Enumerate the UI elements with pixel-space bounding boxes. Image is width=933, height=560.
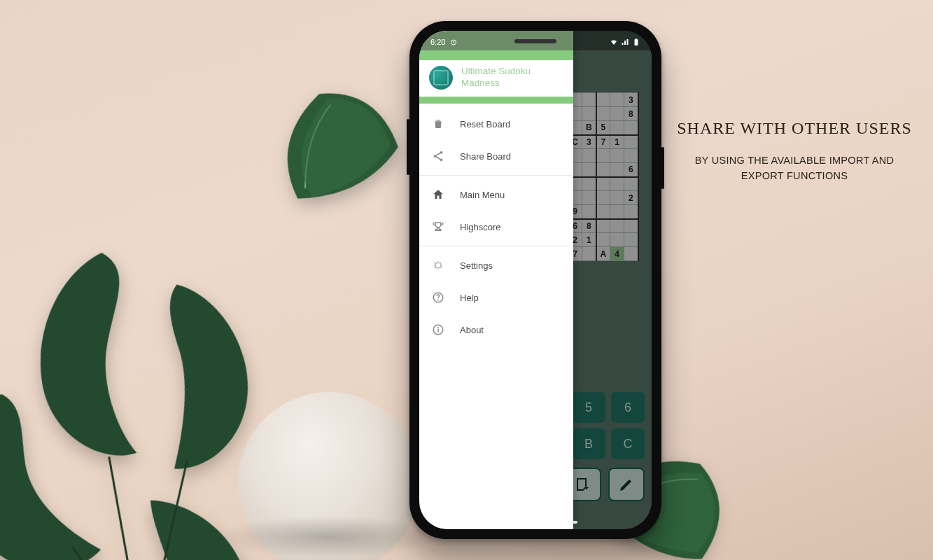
svg-rect-1 [635,39,638,46]
svg-point-10 [437,327,439,328]
drawer-item-about[interactable]: About [419,314,573,346]
help-icon [432,291,444,304]
marketing-title: SHARE WITH OTHER USERS [672,119,917,138]
marble-pedestal [238,392,420,560]
statusbar-time: 6:20 [430,38,445,46]
svg-rect-9 [437,329,439,332]
trophy-icon [432,220,444,233]
drawer-item-label: Reset Board [460,119,510,130]
marketing-subtitle: BY USING THE AVAILABLE IMPORT AND EXPORT… [672,153,917,184]
info-icon [432,323,444,336]
drawer-item-main[interactable]: Main Menu [419,178,573,211]
leaf-accent-top [248,57,423,223]
svg-point-7 [437,300,439,301]
drawer-menu: Reset BoardShare BoardMain MenuHighscore… [419,104,573,346]
trash-icon [432,118,444,130]
app-title-line1: Ultimate Sudoku [461,66,531,78]
home-icon [432,188,444,201]
phone-speaker-slit [514,39,556,43]
drawer-item-label: Help [460,293,479,303]
drawer-item-set[interactable]: Settings [419,249,573,281]
svg-rect-2 [636,38,637,39]
drawer-separator [419,246,573,246]
alarm-icon [449,38,458,46]
signal-icon [621,38,629,46]
wifi-icon [610,38,618,46]
drawer-item-label: Highscore [460,222,501,232]
drawer-separator [419,175,573,176]
gesture-home-indicator[interactable] [493,521,577,524]
drawer-item-share[interactable]: Share Board [419,140,573,172]
navigation-drawer: Ultimate Sudoku Madness Reset BoardShare… [419,31,573,529]
app-title-line2: Madness [461,78,531,90]
drawer-item-label: Main Menu [460,190,505,200]
drawer-item-label: Share Board [460,151,511,162]
app-logo-avatar [429,66,453,90]
drawer-item-high[interactable]: Highscore [419,211,573,243]
drawer-item-help[interactable]: Help [419,281,573,314]
drawer-item-label: Settings [460,260,493,271]
battery-icon [632,38,640,46]
drawer-header: Ultimate Sudoku Madness [419,60,573,97]
phone-frame: 6:20 38B5C37162968217A4 56BC [409,21,661,539]
marketing-copy: SHARE WITH OTHER USERS BY USING THE AVAI… [672,119,917,184]
drawer-app-title: Ultimate Sudoku Madness [461,66,531,90]
phone-screen: 6:20 38B5C37162968217A4 56BC [419,31,652,529]
drawer-item-label: About [460,325,484,335]
gear-icon [432,259,444,272]
drawer-item-reset[interactable]: Reset Board [419,108,573,140]
share-icon [432,150,444,162]
